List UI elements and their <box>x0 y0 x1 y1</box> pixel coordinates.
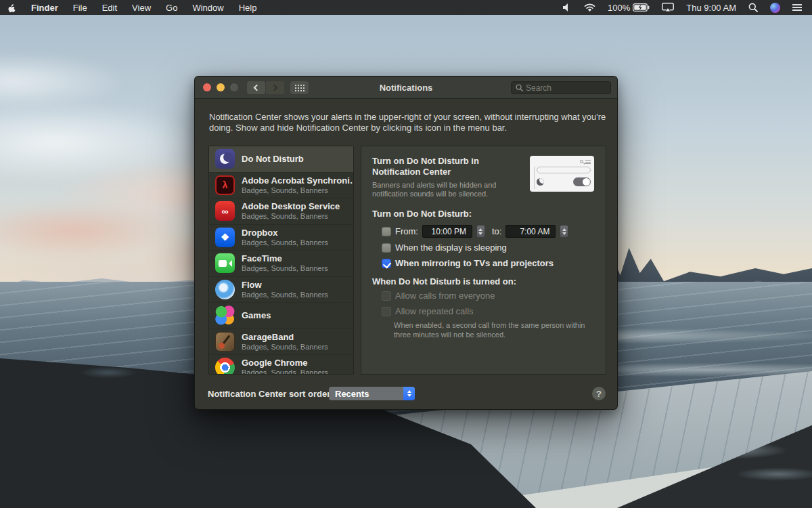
zoom-button-disabled <box>230 83 238 91</box>
do-not-disturb-panel: Turn on Do Not Disturb in Notification C… <box>361 146 606 375</box>
to-time-field[interactable]: 7:00 AM <box>505 225 556 238</box>
siri-menu[interactable] <box>764 0 786 15</box>
airplay-menu[interactable] <box>656 0 680 15</box>
from-time-field[interactable]: 10:00 PM <box>422 225 472 238</box>
menu-item-go[interactable]: Go <box>158 0 185 15</box>
list-item-facetime[interactable]: FaceTimeBadges, Sounds, Banners <box>209 251 353 277</box>
when-turned-on-label: When Do Not Disturb is turned on: <box>372 276 516 287</box>
chevron-right-icon <box>271 85 278 91</box>
chrome-icon <box>215 358 235 375</box>
list-item-adobe-acrobat[interactable]: λ Adobe Acrobat Synchroni…Badges, Sounds… <box>209 173 353 199</box>
menu-bar: Finder File Edit View Go Window Help 100… <box>0 0 812 15</box>
from-label: From: <box>395 226 418 236</box>
menu-item-finder[interactable]: Finder <box>24 0 66 15</box>
stepper-down-icon <box>562 232 566 237</box>
display-sleeping-checkbox[interactable] <box>382 243 391 253</box>
notification-center-illustration <box>530 156 594 192</box>
list-item-garageband[interactable]: GarageBandBadges, Sounds, Banners <box>209 329 353 356</box>
menu-item-file[interactable]: File <box>66 0 95 15</box>
clock-text: Thu 9:00 AM <box>686 3 736 13</box>
panel-heading: Turn on Do Not Disturb in Notification C… <box>372 156 528 177</box>
show-all-button[interactable] <box>290 81 309 94</box>
forward-button <box>266 81 284 94</box>
schedule-checkbox[interactable] <box>382 227 391 236</box>
list-item-adobe-desktop-service[interactable]: ∞ Adobe Desktop ServiceBadges, Sounds, B… <box>209 198 353 225</box>
list-item-games[interactable]: Games <box>209 303 353 329</box>
display-sleeping-label: When the display is sleeping <box>395 242 507 253</box>
notification-center-icon <box>792 4 802 11</box>
list-item-flow[interactable]: FlowBadges, Sounds, Banners <box>209 277 353 303</box>
allow-calls-checkbox <box>382 291 391 301</box>
mirroring-row: When mirroring to TVs and projectors <box>382 258 554 268</box>
list-item-google-chrome[interactable]: Google ChromeBadges, Sounds, Banners <box>209 355 353 375</box>
search-input[interactable] <box>526 83 600 93</box>
flow-icon <box>215 280 235 299</box>
sort-order-label: Notification Center sort order: <box>208 389 334 399</box>
allow-calls-row: Allow calls from everyone <box>382 291 495 301</box>
display-icon <box>662 3 674 12</box>
clock[interactable]: Thu 9:00 AM <box>680 0 742 15</box>
menu-item-help[interactable]: Help <box>231 0 265 15</box>
notification-center-description: Notification Center shows your alerts in… <box>209 112 607 133</box>
wifi-icon <box>584 3 595 12</box>
minimize-button[interactable] <box>217 83 225 91</box>
to-label: to: <box>492 226 501 236</box>
dnd-toggle-on <box>573 177 591 186</box>
sort-order-dropdown[interactable]: Recents <box>329 387 415 400</box>
facetime-icon <box>215 253 235 273</box>
adobe-cc-icon: ∞ <box>215 201 235 221</box>
moon-icon <box>537 178 544 186</box>
system-preferences-window: Notifications Notification Center shows … <box>194 76 618 410</box>
stepper-up-icon <box>562 226 566 231</box>
moon-icon <box>215 149 235 169</box>
search-icon <box>516 84 523 91</box>
stepper-up-icon <box>478 226 482 231</box>
wifi-menu[interactable] <box>578 0 602 15</box>
notification-center-menu[interactable] <box>786 0 808 15</box>
battery-charging-icon <box>633 3 650 12</box>
garageband-icon <box>215 332 235 352</box>
battery-percent: 100% <box>608 3 630 13</box>
chevron-left-icon <box>254 85 261 91</box>
to-time-stepper[interactable] <box>560 225 568 238</box>
acrobat-icon: λ <box>215 175 235 195</box>
notification-center-icon <box>585 160 591 164</box>
help-button[interactable]: ? <box>592 387 606 400</box>
grid-icon <box>294 84 304 91</box>
volume-icon <box>563 3 572 12</box>
list-item-dropbox[interactable]: ❖ DropboxBadges, Sounds, Banners <box>209 225 353 251</box>
back-button[interactable] <box>247 81 265 94</box>
sort-order-value: Recents <box>329 389 403 399</box>
allow-calls-label: Allow calls from everyone <box>395 291 495 301</box>
preferences-search-field[interactable] <box>511 81 611 94</box>
menu-item-edit[interactable]: Edit <box>95 0 125 15</box>
window-titlebar[interactable]: Notifications <box>195 77 617 99</box>
repeated-calls-note: When enabled, a second call from the sam… <box>394 321 598 339</box>
allow-repeated-row: Allow repeated calls <box>382 306 474 316</box>
allow-repeated-label: Allow repeated calls <box>395 306 474 316</box>
dropbox-icon: ❖ <box>215 228 235 247</box>
close-button[interactable] <box>203 83 211 91</box>
games-icon <box>215 305 235 325</box>
list-item-do-not-disturb[interactable]: Do Not Disturb <box>209 146 353 173</box>
apple-icon <box>7 3 16 13</box>
volume-menu[interactable] <box>557 0 578 15</box>
panel-subheading: Banners and alerts will be hidden and no… <box>372 181 531 198</box>
menu-item-window[interactable]: Window <box>185 0 231 15</box>
siri-icon <box>770 3 780 13</box>
illustration-field <box>537 167 591 173</box>
from-time-stepper[interactable] <box>476 225 485 238</box>
battery-menu[interactable]: 100% <box>602 0 656 15</box>
mirroring-checkbox[interactable] <box>382 259 391 268</box>
menu-item-view[interactable]: View <box>125 0 158 15</box>
apple-menu[interactable] <box>0 0 24 15</box>
display-sleeping-row: When the display is sleeping <box>382 242 507 253</box>
app-notification-list: Do Not Disturb λ Adobe Acrobat Synchroni… <box>208 146 354 375</box>
dropdown-arrows-icon <box>403 387 415 400</box>
turn-on-dnd-label: Turn on Do Not Disturb: <box>372 209 472 219</box>
schedule-row: From: 10:00 PM to: 7:00 AM <box>382 225 568 238</box>
spotlight-menu[interactable] <box>742 0 764 15</box>
stepper-down-icon <box>478 232 482 237</box>
illustration-divider <box>534 167 535 189</box>
allow-repeated-checkbox <box>382 307 391 316</box>
